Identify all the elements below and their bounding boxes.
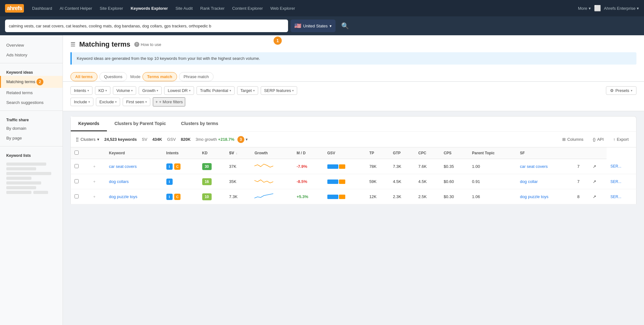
table-header-row: Keyword Intents KD SV ↓ Growth M / D GSV…	[71, 147, 636, 159]
export-button[interactable]: ↑ Export	[611, 135, 631, 143]
col-cps[interactable]: CPS	[440, 147, 468, 159]
filter-traffic-potential[interactable]: Traffic Potential ▾	[197, 86, 235, 95]
row-add[interactable]: +	[89, 174, 105, 189]
parent-topic-link[interactable]: dog puzzle toys	[520, 194, 548, 199]
nav-keywords-explorer[interactable]: Keywords Explorer	[127, 4, 171, 13]
nav-enterprise[interactable]: Ahrefs Enterprise ▾	[604, 6, 639, 11]
sidebar-item-ads-history[interactable]: Ads history	[0, 50, 63, 60]
chevron-down-icon: ▾	[637, 6, 639, 11]
more-filters-button[interactable]: + + More filters	[153, 97, 185, 106]
row-serp-label[interactable]: SER...	[607, 189, 636, 204]
nav-ai-content-helper[interactable]: AI Content Helper	[57, 4, 95, 13]
col-sv[interactable]: SV ↓	[225, 147, 251, 159]
table-actions: ⊞ Columns {} API ↑ Export	[560, 135, 631, 143]
table-tab-clusters-parent[interactable]: Clusters by Parent Topic	[107, 117, 174, 131]
sidebar-item-by-page[interactable]: By page	[0, 133, 63, 143]
clusters-button[interactable]: ⣿ Clusters ▾	[76, 137, 99, 142]
hamburger-icon[interactable]: ☰	[70, 41, 75, 48]
filter-volume[interactable]: Volume ▾	[113, 86, 136, 95]
row-checkbox[interactable]	[71, 174, 90, 189]
presets-button[interactable]: ⚙ Presets ▾	[606, 86, 636, 95]
filter-kd[interactable]: KD ▾	[95, 86, 110, 95]
row-add[interactable]: +	[89, 189, 105, 204]
parent-topic-link[interactable]: dog collar	[520, 179, 538, 184]
row-sv: 37K	[225, 159, 251, 174]
col-kd[interactable]: KD	[198, 147, 225, 159]
tab-questions[interactable]: Questions	[99, 72, 127, 81]
col-cpc[interactable]: CPC	[414, 147, 440, 159]
nav-web-explorer[interactable]: Web Explorer	[267, 4, 298, 13]
table-row: + car seat covers I C 30 37K	[71, 159, 636, 174]
annotation-badge-1: 1	[274, 37, 282, 45]
sidebar-item-related-terms[interactable]: Related terms	[0, 88, 63, 98]
nav-site-explorer[interactable]: Site Explorer	[97, 4, 126, 13]
col-parent-topic[interactable]: Parent Topic	[468, 147, 516, 159]
filter-lowest-dr[interactable]: Lowest DR ▾	[164, 86, 194, 95]
col-md[interactable]: M / D	[293, 147, 324, 159]
filter-include[interactable]: Include ▾	[70, 98, 93, 106]
nav-content-explorer[interactable]: Content Explorer	[229, 4, 266, 13]
row-sv: 7.3K	[225, 189, 251, 204]
nav-site-audit[interactable]: Site Audit	[172, 4, 196, 13]
sidebar-item-by-domain[interactable]: By domain	[0, 123, 63, 133]
filter-growth[interactable]: Growth ▾	[139, 86, 162, 95]
how-to-use-link[interactable]: ? How to use	[134, 42, 161, 47]
col-tp[interactable]: TP	[365, 147, 389, 159]
row-select-checkbox[interactable]	[75, 179, 79, 183]
monitor-icon[interactable]: ⬜	[594, 5, 601, 12]
table-tab-keywords[interactable]: Keywords	[71, 117, 107, 131]
nav-dashboard[interactable]: Dashboard	[29, 4, 55, 13]
content-header: ☰ Matching terms ? How to use Keyword id…	[63, 35, 644, 82]
table-tab-clusters-terms[interactable]: Clusters by terms	[174, 117, 226, 131]
search-button[interactable]: 🔍	[338, 20, 352, 31]
row-checkbox[interactable]	[71, 189, 90, 204]
col-keyword[interactable]: Keyword	[105, 147, 163, 159]
col-sf[interactable]: SF	[516, 147, 574, 159]
filter-exclude[interactable]: Exclude ▾	[96, 98, 120, 106]
row-md	[324, 159, 366, 174]
row-checkbox[interactable]	[71, 159, 90, 174]
filter-first-seen[interactable]: First seen ▾	[123, 98, 150, 106]
table-section: Keywords Clusters by Parent Topic Cluste…	[63, 111, 644, 209]
select-all-checkbox[interactable]	[75, 151, 79, 155]
filter-serp-features[interactable]: SERP features ▾	[261, 86, 297, 95]
growth-stat: 3mo growth +218.7% 3 ▾	[196, 136, 247, 143]
sidebar-item-overview[interactable]: Overview	[0, 40, 63, 50]
filter-target[interactable]: Target ▾	[237, 86, 258, 95]
nav-rank-tracker[interactable]: Rank Tracker	[197, 4, 228, 13]
filter-intents[interactable]: Intents ▾	[70, 86, 92, 95]
sidebar-item-matching-terms[interactable]: Matching terms 2	[0, 76, 63, 88]
api-button[interactable]: {} API	[590, 135, 606, 143]
col-intents[interactable]: Intents	[163, 147, 198, 159]
row-sf: 8	[574, 189, 589, 204]
keyword-link[interactable]: dog collars	[109, 179, 129, 184]
chevron-down-icon: ▾	[87, 89, 89, 92]
parent-topic-link[interactable]: car seat covers	[520, 164, 548, 169]
tab-terms-match[interactable]: Terms match	[142, 72, 177, 81]
sidebar-item-search-suggestions[interactable]: Search suggestions	[0, 98, 63, 107]
tab-phrase-match[interactable]: Phrase match	[179, 72, 214, 81]
growth-value: +5.3%	[297, 194, 308, 199]
row-serp-label[interactable]: SER...	[607, 159, 636, 174]
md-bar-chart	[327, 195, 346, 199]
row-select-checkbox[interactable]	[75, 164, 79, 168]
col-gtp[interactable]: GTP	[389, 147, 414, 159]
chevron-down-icon: ▾	[115, 100, 117, 104]
row-select-checkbox[interactable]	[75, 194, 79, 198]
sparkline-chart	[254, 192, 273, 200]
sparkline-chart	[254, 177, 273, 185]
row-serp-label[interactable]: SER...	[607, 174, 636, 189]
country-selector[interactable]: 🇺🇸 United States ▾	[291, 20, 336, 32]
gsv-label: GSV	[167, 137, 175, 142]
tab-all-terms[interactable]: All terms	[70, 72, 97, 81]
col-growth[interactable]: Growth	[251, 147, 293, 159]
keyword-link[interactable]: car seat covers	[109, 164, 137, 169]
columns-button[interactable]: ⊞ Columns	[560, 135, 586, 143]
search-input[interactable]	[9, 24, 284, 28]
row-tp: 4.5K	[389, 174, 414, 189]
col-gsv[interactable]: GSV	[324, 147, 366, 159]
logo[interactable]: ahrefs	[5, 4, 24, 13]
nav-more-button[interactable]: More ▾	[578, 6, 591, 11]
row-add[interactable]: +	[89, 159, 105, 174]
keyword-link[interactable]: dog puzzle toys	[109, 194, 137, 199]
